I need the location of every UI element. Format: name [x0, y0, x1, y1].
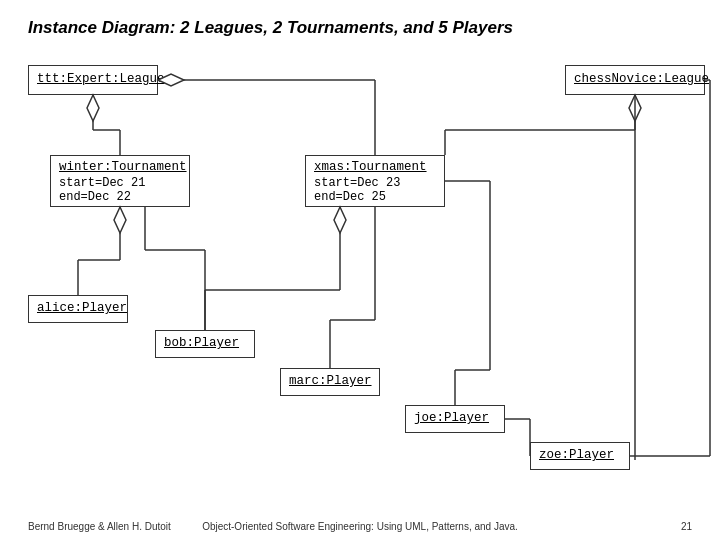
- alice-box: alice:Player: [28, 295, 128, 323]
- chessnovice-box: chessNovice:League: [565, 65, 705, 95]
- svg-marker-17: [114, 207, 126, 233]
- page-title: Instance Diagram: 2 Leagues, 2 Tournamen…: [28, 18, 513, 38]
- joe-label: joe:Player: [414, 411, 489, 425]
- xmas-attr2: end=Dec 25: [314, 190, 436, 204]
- tttexpert-label: ttt:Expert:League: [37, 72, 165, 86]
- svg-marker-13: [629, 95, 641, 121]
- tttexpert-box: ttt:Expert:League: [28, 65, 158, 95]
- svg-marker-5: [87, 95, 99, 121]
- winter-attr2: end=Dec 22: [59, 190, 181, 204]
- chessnovice-label: chessNovice:League: [574, 72, 709, 86]
- alice-label: alice:Player: [37, 301, 127, 315]
- marc-box: marc:Player: [280, 368, 380, 396]
- footer-left: Bernd Bruegge & Allen H. Dutoit: [28, 521, 171, 532]
- footer-center: Object-Oriented Software Engineering: Us…: [202, 521, 518, 532]
- joe-box: joe:Player: [405, 405, 505, 433]
- xmas-label: xmas:Tournament: [314, 160, 436, 174]
- xmas-box: xmas:Tournament start=Dec 23 end=Dec 25: [305, 155, 445, 207]
- footer-right: 21: [681, 521, 692, 532]
- zoe-box: zoe:Player: [530, 442, 630, 470]
- xmas-attr1: start=Dec 23: [314, 176, 436, 190]
- bob-box: bob:Player: [155, 330, 255, 358]
- marc-label: marc:Player: [289, 374, 372, 388]
- bob-label: bob:Player: [164, 336, 239, 350]
- winter-box: winter:Tournament start=Dec 21 end=Dec 2…: [50, 155, 190, 207]
- svg-marker-24: [334, 207, 346, 233]
- zoe-label: zoe:Player: [539, 448, 614, 462]
- winter-label: winter:Tournament: [59, 160, 181, 174]
- winter-attr1: start=Dec 21: [59, 176, 181, 190]
